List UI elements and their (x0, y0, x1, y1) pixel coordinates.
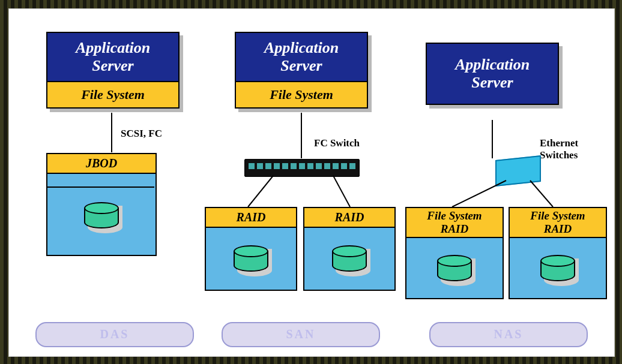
das-jbod-box: JBOD (46, 153, 157, 256)
disk-icon (540, 255, 575, 282)
nas-left-l2: RAID (441, 222, 468, 235)
disk-icon (234, 245, 268, 273)
nas-app-server: Application Server (426, 43, 559, 105)
nas-box-left-head: File System RAID (406, 208, 503, 238)
svg-line-1 (333, 176, 350, 207)
das-jbod-head: JBOD (47, 154, 156, 174)
app-title-line1: Application (455, 56, 530, 73)
disk-icon (332, 245, 367, 273)
san-raid-left: RAID (205, 207, 297, 291)
das-file-system-band: File System (47, 81, 178, 107)
san-conn-label: FC Switch (314, 137, 360, 149)
das-app-title: Application Server (47, 33, 178, 81)
pill-das: DAS (35, 322, 194, 347)
app-title-line2: Server (471, 74, 513, 91)
diagram-canvas: Application Server File System SCSI, FC … (8, 8, 615, 357)
san-cable-top (301, 113, 302, 158)
ethernet-switch-icon (495, 155, 541, 186)
nas-cable-top (492, 120, 493, 158)
san-app-server: Application Server File System (235, 32, 368, 109)
divider (46, 186, 154, 188)
pill-san: SAN (222, 322, 380, 347)
nas-box-right: File System RAID (509, 207, 607, 299)
nas-app-title: Application Server (427, 44, 558, 104)
app-title-line2: Server (92, 57, 133, 74)
pill-nas: NAS (429, 322, 588, 347)
disk-icon (437, 255, 472, 282)
das-app-server: Application Server File System (46, 32, 180, 109)
app-title-line1: Application (76, 39, 150, 56)
san-raid-right-head: RAID (304, 208, 394, 228)
app-title-line1: Application (264, 39, 339, 56)
san-app-title: Application Server (236, 33, 367, 81)
das-conn-label: SCSI, FC (121, 128, 162, 140)
app-title-line2: Server (280, 57, 322, 74)
fc-switch-icon (244, 159, 360, 177)
disk-icon (84, 202, 119, 230)
nas-box-left: File System RAID (405, 207, 504, 299)
san-raid-right: RAID (303, 207, 396, 291)
nas-box-right-head: File System RAID (510, 208, 606, 238)
nas-left-l1: File System (427, 209, 482, 222)
das-cable (111, 113, 112, 152)
nas-conn-label: Ethernet Switches (540, 137, 578, 161)
svg-line-0 (248, 176, 273, 207)
san-file-system-band: File System (236, 81, 367, 107)
nas-right-l1: File System (530, 209, 585, 222)
svg-line-3 (530, 181, 553, 207)
nas-right-l2: RAID (544, 222, 572, 235)
san-raid-left-head: RAID (206, 208, 296, 228)
